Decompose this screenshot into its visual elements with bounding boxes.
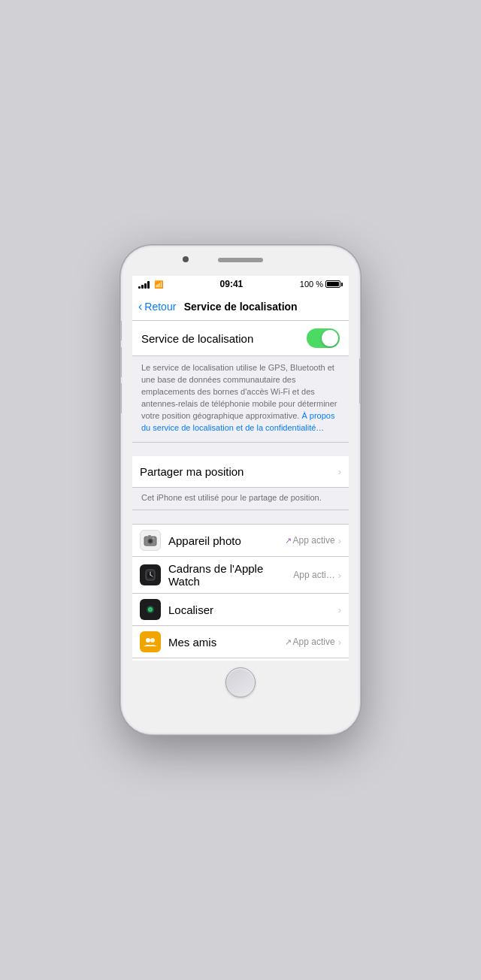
app-icon-find <box>140 599 161 620</box>
friends-svg <box>143 634 158 649</box>
location-service-toggle-row[interactable]: Service de localisation <box>132 321 349 356</box>
battery-text: 100 % <box>300 280 323 289</box>
scroll-content[interactable]: Service de localisation Le service de lo… <box>132 321 349 661</box>
svg-rect-3 <box>148 535 151 537</box>
share-location-row[interactable]: Partager ma position › <box>132 456 349 488</box>
back-label: Retour <box>144 301 176 313</box>
location-arrow-icon-friends: ↗ <box>285 637 292 647</box>
app-row-find[interactable]: Localiser › <box>132 594 349 626</box>
home-button[interactable] <box>225 667 256 697</box>
app-status-photo: ↗ App active <box>285 535 335 546</box>
svg-point-2 <box>149 540 152 543</box>
status-left: 📶 <box>138 280 163 289</box>
location-arrow-icon-photo: ↗ <box>285 536 292 546</box>
description-section: Le service de localisation utilise le GP… <box>132 356 349 443</box>
chevron-right-watch: › <box>338 570 341 581</box>
share-location-note: Cet iPhone est utilisé pour le partage d… <box>132 488 349 510</box>
app-row-watch[interactable]: Cadrans de l'Apple Watch App acti… › <box>132 557 349 594</box>
chevron-right-find: › <box>338 604 341 616</box>
svg-point-12 <box>150 609 152 611</box>
toggle-knob <box>322 330 338 346</box>
app-list: Appareil photo ↗ App active › <box>132 524 349 661</box>
toggle-label: Service de localisation <box>141 332 253 345</box>
app-icon-watch <box>140 564 161 585</box>
signal-icon <box>138 280 150 289</box>
app-row-photo[interactable]: Appareil photo ↗ App active › <box>132 524 349 557</box>
volume-up-button[interactable] <box>120 347 122 377</box>
share-location-label: Partager ma position <box>140 465 335 478</box>
mute-button[interactable] <box>120 321 122 340</box>
app-name-photo: Appareil photo <box>168 534 285 547</box>
location-service-toggle[interactable] <box>307 328 340 348</box>
app-icon-photo <box>140 530 161 551</box>
app-status-text-friends: App active <box>293 637 335 647</box>
svg-rect-4 <box>153 537 154 539</box>
app-icon-friends <box>140 631 161 652</box>
status-right: 100 % <box>300 280 343 289</box>
volume-down-button[interactable] <box>120 383 122 413</box>
app-name-find: Localiser <box>168 603 335 616</box>
back-button[interactable]: ‹ Retour <box>138 301 176 313</box>
app-status-friends: ↗ App active <box>285 637 335 647</box>
status-time: 09:41 <box>220 279 244 289</box>
chevron-right-friends: › <box>338 637 341 648</box>
svg-point-14 <box>150 638 155 643</box>
app-status-watch: App acti… <box>293 570 334 580</box>
camera-svg <box>144 534 157 547</box>
app-status-text-watch: App acti… <box>293 570 334 580</box>
front-camera <box>183 256 189 262</box>
watch-svg <box>144 568 157 582</box>
status-bar: 📶 09:41 100 % <box>132 276 349 292</box>
chevron-right-photo: › <box>338 535 341 546</box>
chevron-left-icon: ‹ <box>138 301 142 313</box>
battery-icon <box>325 280 343 288</box>
speaker <box>218 258 263 262</box>
app-status-text-photo: App active <box>293 535 335 546</box>
screen: 📶 09:41 100 % ‹ Retour Service de locali… <box>132 276 349 661</box>
page-title: Service de localisation <box>176 301 343 313</box>
app-name-friends: Mes amis <box>168 636 285 649</box>
wifi-icon: 📶 <box>154 280 163 289</box>
app-name-watch: Cadrans de l'Apple Watch <box>168 562 293 588</box>
nav-bar: ‹ Retour Service de localisation <box>132 292 349 321</box>
app-row-friends[interactable]: Mes amis ↗ App active › <box>132 626 349 658</box>
find-svg <box>144 603 157 616</box>
power-button[interactable] <box>359 358 361 404</box>
home-button-area <box>225 661 256 704</box>
phone-frame: 📶 09:41 100 % ‹ Retour Service de locali… <box>120 245 361 735</box>
svg-point-13 <box>146 638 150 643</box>
chevron-right-icon: › <box>338 466 341 477</box>
phone-top <box>121 246 360 276</box>
